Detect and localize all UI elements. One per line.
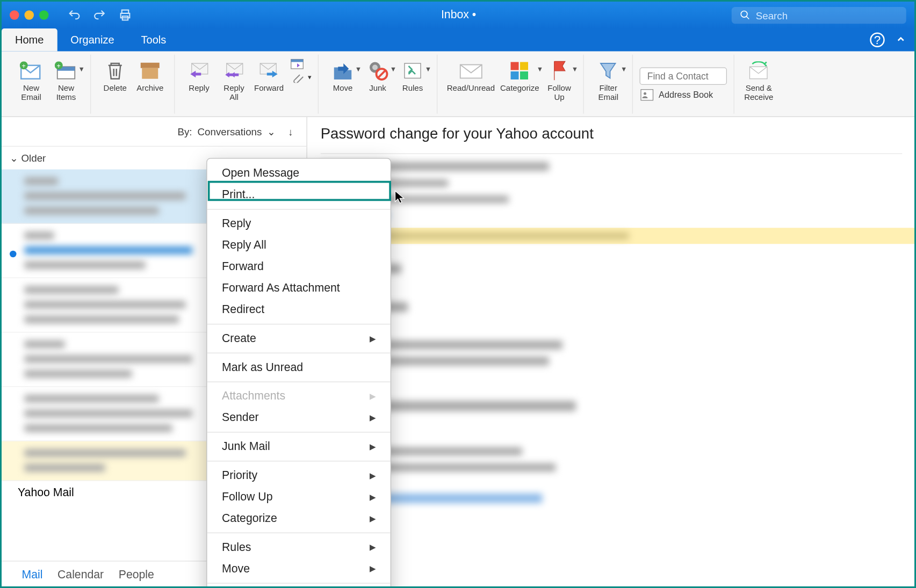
undo-icon[interactable] xyxy=(68,9,81,22)
quick-access-toolbar xyxy=(68,9,132,22)
search-icon xyxy=(740,10,751,20)
svg-rect-12 xyxy=(141,62,160,68)
delete-button[interactable]: Delete xyxy=(98,57,133,94)
tab-tools[interactable]: Tools xyxy=(128,28,180,52)
junk-button[interactable]: Junk▼ xyxy=(360,57,395,94)
read-unread-button[interactable]: Read/Unread xyxy=(444,57,497,94)
ribbon: + New Email + New Items ▼ Delete Archive… xyxy=(2,52,915,118)
move-button[interactable]: Move▼ xyxy=(326,57,360,94)
cursor-icon xyxy=(394,190,406,208)
help-icon[interactable]: ? xyxy=(870,33,885,48)
ctx-sender[interactable]: Sender▶ xyxy=(207,407,391,429)
new-email-icon: + xyxy=(19,59,44,83)
reply-all-icon xyxy=(222,59,246,83)
ctx-categorize[interactable]: Categorize▶ xyxy=(207,508,391,529)
follow-up-button[interactable]: Follow Up▼ xyxy=(542,57,577,103)
ctx-junk-mail[interactable]: Junk Mail▶ xyxy=(207,436,391,458)
nav-calendar[interactable]: Calendar xyxy=(57,568,104,581)
svg-rect-29 xyxy=(641,89,654,100)
svg-rect-27 xyxy=(511,71,519,79)
ribbon-tabs: Home Organize Tools ? xyxy=(2,28,915,52)
address-book-label: Address Book xyxy=(659,90,713,100)
ctx-priority[interactable]: Priority▶ xyxy=(207,465,391,487)
ctx-reply[interactable]: Reply xyxy=(207,213,391,235)
svg-text:+: + xyxy=(57,62,61,69)
ctx-rules[interactable]: Rules▶ xyxy=(207,536,391,558)
search-input[interactable] xyxy=(756,9,890,20)
tab-home[interactable]: Home xyxy=(2,28,57,52)
read-unread-icon xyxy=(459,59,483,83)
sort-label: By: xyxy=(177,126,192,137)
move-icon xyxy=(331,59,355,83)
ctx-redirect[interactable]: Redirect xyxy=(207,299,391,321)
send-receive-icon xyxy=(747,59,771,83)
info-bar[interactable]: yo xyxy=(307,228,916,244)
minimize-window-icon[interactable] xyxy=(25,10,34,20)
reply-icon xyxy=(187,59,211,83)
svg-rect-26 xyxy=(521,62,529,70)
tab-organize[interactable]: Organize xyxy=(57,28,127,52)
ctx-open-message[interactable]: Open Message xyxy=(207,163,391,184)
redo-icon[interactable] xyxy=(93,9,106,22)
submenu-arrow-icon: ▶ xyxy=(370,564,376,574)
window-controls xyxy=(10,10,49,20)
submenu-arrow-icon: ▶ xyxy=(370,543,376,553)
reply-all-button[interactable]: Reply All xyxy=(217,57,251,103)
archive-icon xyxy=(138,59,162,83)
sort-value: Conversations xyxy=(198,126,262,137)
ctx-forward[interactable]: Forward xyxy=(207,256,391,278)
nav-people[interactable]: People xyxy=(119,568,154,581)
svg-rect-25 xyxy=(511,62,519,70)
submenu-arrow-icon: ▶ xyxy=(370,442,376,452)
svg-point-20 xyxy=(372,64,378,70)
title-bar: Inbox • xyxy=(2,2,915,28)
forward-button[interactable]: Forward xyxy=(251,57,286,94)
attachment-button[interactable]: ▾ xyxy=(291,72,312,83)
new-items-icon: + xyxy=(54,59,78,83)
svg-point-3 xyxy=(741,11,747,18)
address-book-button[interactable]: Address Book xyxy=(640,89,713,101)
nav-mail[interactable]: Mail xyxy=(22,568,43,581)
ctx-reply-all[interactable]: Reply All xyxy=(207,235,391,256)
rules-icon xyxy=(401,59,425,83)
sort-direction-icon[interactable]: ↓ xyxy=(288,126,293,137)
ctx-print[interactable]: Print... xyxy=(207,184,391,206)
meeting-button[interactable] xyxy=(291,57,312,69)
flag-icon xyxy=(547,59,572,83)
attachment-icon xyxy=(291,72,304,83)
filter-email-button[interactable]: Filter Email▼ xyxy=(591,57,626,103)
collapse-ribbon-icon[interactable] xyxy=(896,34,906,47)
submenu-arrow-icon: ▶ xyxy=(370,471,376,481)
sort-header[interactable]: By: Conversations ⌄ ↓ xyxy=(2,117,307,147)
close-window-icon[interactable] xyxy=(10,10,19,20)
svg-rect-18 xyxy=(291,59,304,62)
svg-point-30 xyxy=(644,92,647,95)
ctx-mark-unread[interactable]: Mark as Unread xyxy=(207,357,391,378)
submenu-arrow-icon: ▶ xyxy=(370,391,376,401)
new-email-button[interactable]: + New Email xyxy=(14,57,49,103)
submenu-arrow-icon: ▶ xyxy=(370,514,376,524)
context-menu: Open Message Print... Reply Reply All Fo… xyxy=(206,158,391,588)
submenu-arrow-icon: ▶ xyxy=(370,492,376,502)
submenu-arrow-icon: ▶ xyxy=(370,413,376,423)
maximize-window-icon[interactable] xyxy=(39,10,49,20)
send-receive-button[interactable]: Send & Receive xyxy=(741,57,776,103)
junk-icon xyxy=(366,59,390,83)
ctx-create[interactable]: Create▶ xyxy=(207,328,391,350)
ctx-forward-attachment[interactable]: Forward As Attachment xyxy=(207,278,391,299)
ctx-move[interactable]: Move▶ xyxy=(207,558,391,579)
archive-button[interactable]: Archive xyxy=(133,57,168,94)
rules-button[interactable]: Rules▼ xyxy=(395,57,430,94)
print-quick-icon[interactable] xyxy=(119,9,132,22)
find-contact-input[interactable] xyxy=(640,67,727,85)
message-subject: Password change for your Yahoo account xyxy=(321,125,903,143)
categorize-button[interactable]: Categorize▼ xyxy=(497,57,542,94)
svg-line-22 xyxy=(378,70,386,78)
window-title: Inbox • xyxy=(441,9,476,22)
reply-button[interactable]: Reply xyxy=(182,57,217,94)
categorize-icon xyxy=(508,59,532,83)
svg-line-4 xyxy=(746,17,749,19)
search-box[interactable] xyxy=(732,6,906,23)
ctx-follow-up[interactable]: Follow Up▶ xyxy=(207,487,391,508)
new-items-button[interactable]: + New Items ▼ xyxy=(49,57,84,103)
